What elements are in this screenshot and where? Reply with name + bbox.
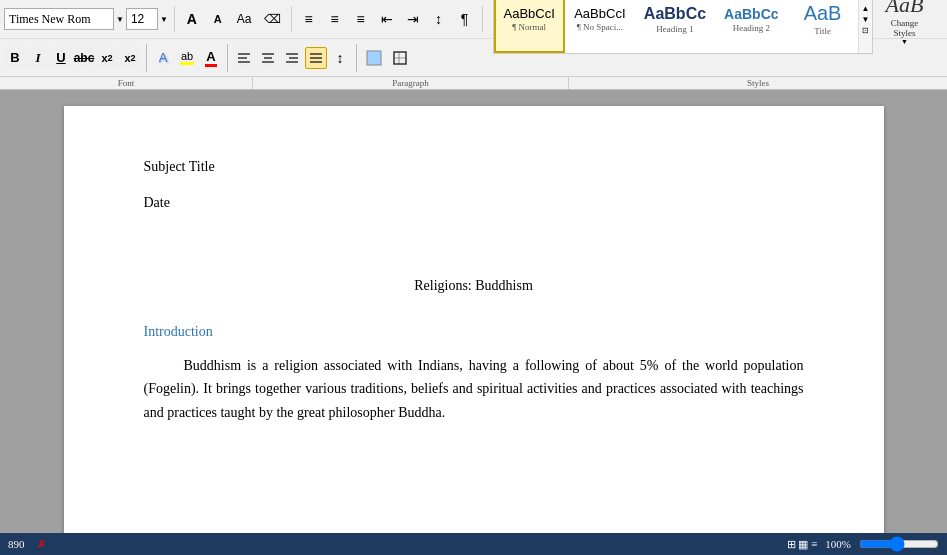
style-normal-label: ¶ Normal	[512, 22, 546, 32]
shading-icon	[366, 50, 382, 66]
borders-button[interactable]	[388, 47, 412, 69]
intro-heading: Introduction	[144, 321, 804, 343]
subject-title: Subject Title	[144, 156, 804, 178]
page-indicator: 890	[8, 538, 25, 550]
svg-rect-12	[367, 51, 381, 65]
change-styles-button[interactable]: AaB ChangeStyles ▼	[879, 0, 929, 48]
status-bar: 890 ✗ ⊞ ▦ ≡ 100%	[0, 533, 947, 555]
increase-indent-button[interactable]: ⇥	[402, 8, 424, 30]
show-para-button[interactable]: ¶	[454, 8, 476, 30]
underline-button[interactable]: U	[50, 47, 72, 69]
multilevel-list-button[interactable]: ≡	[350, 8, 372, 30]
style-heading2[interactable]: AaBbCc Heading 2	[715, 0, 787, 53]
style-normal-preview: AaBbCcI	[504, 6, 555, 21]
style-nospace-preview: AaBbCcI	[574, 6, 625, 21]
view-icons[interactable]: ⊞ ▦ ≡	[787, 538, 818, 551]
zoom-slider[interactable]	[859, 536, 939, 552]
font-selector-group: ▼ ▼	[4, 8, 168, 30]
line-spacing-button[interactable]: ↕	[329, 47, 351, 69]
styles-scroll[interactable]: ▲ ▼ ⊡	[858, 0, 873, 53]
status-left: 890 ✗	[8, 538, 46, 551]
font-name-dropdown[interactable]: ▼	[116, 15, 124, 24]
subscript-button[interactable]: x2	[96, 47, 118, 69]
styles-panel: AaBbCcI ¶ Normal AaBbCcI ¶ No Spaci... A…	[493, 0, 874, 54]
paragraph-section-label: Paragraph	[253, 77, 569, 89]
sort-button[interactable]: ↕	[428, 8, 450, 30]
borders-icon	[392, 50, 408, 66]
ribbon: ▼ ▼ A A Aa ⌫ ≡ ≡ ≡ ⇤ ⇥ ↕ ¶ AaBbCcI ¶ Nor…	[0, 0, 947, 90]
style-title-label: Title	[814, 26, 831, 36]
font-shrink-button[interactable]: A	[207, 8, 229, 30]
align-center-button[interactable]	[257, 47, 279, 69]
change-styles-icon: AaB	[885, 0, 923, 18]
body-paragraph: Buddhism is a religion associated with I…	[144, 354, 804, 425]
strikethrough-button[interactable]: abc	[73, 47, 95, 69]
change-styles-dropdown[interactable]: ▼	[901, 38, 908, 46]
decrease-indent-button[interactable]: ⇤	[376, 8, 398, 30]
doc-main-title: Religions: Buddhism	[144, 275, 804, 297]
para-text: Buddhism is a religion associated with I…	[144, 358, 804, 421]
sep6	[356, 44, 357, 72]
font-size-input[interactable]	[126, 8, 158, 30]
font-color-icon: A	[205, 49, 217, 67]
change-case-button[interactable]: Aa	[233, 8, 256, 30]
zoom-level: 100%	[825, 538, 851, 550]
change-styles-label: ChangeStyles	[891, 18, 919, 38]
style-h2-preview: AaBbCc	[724, 6, 778, 22]
bold-button[interactable]: B	[4, 47, 26, 69]
date-line: Date	[144, 192, 804, 214]
page-content: Subject Title Date Religions: Buddhism I…	[144, 156, 804, 425]
sep2	[291, 6, 292, 32]
style-title-preview: AaB	[804, 2, 842, 25]
style-h2-label: Heading 2	[733, 23, 770, 33]
document-area: Subject Title Date Religions: Buddhism I…	[0, 90, 947, 533]
style-h1-preview: AaBbCc	[644, 5, 706, 23]
align-justify-button[interactable]	[305, 47, 327, 69]
superscript-button[interactable]: x2	[119, 47, 141, 69]
font-name-input[interactable]	[4, 8, 114, 30]
italic-button[interactable]: I	[27, 47, 49, 69]
align-center-icon	[261, 51, 275, 65]
styles-section-label: Styles	[569, 77, 947, 89]
text-format-group: B I U abc x2 x2	[4, 47, 141, 69]
align-right-icon	[285, 51, 299, 65]
style-title[interactable]: AaB Title	[788, 0, 858, 53]
font-section-label: Font	[0, 77, 253, 89]
style-heading1[interactable]: AaBbCc Heading 1	[635, 0, 715, 53]
style-h1-label: Heading 1	[656, 24, 693, 34]
sep5	[227, 44, 228, 72]
text-effects-button[interactable]: A	[152, 47, 174, 69]
ribbon-section-labels: Font Paragraph Styles	[0, 76, 947, 89]
document-page: Subject Title Date Religions: Buddhism I…	[64, 106, 884, 533]
style-normal[interactable]: AaBbCcI ¶ Normal	[494, 0, 565, 53]
shading-button[interactable]	[362, 47, 386, 69]
style-nospace[interactable]: AaBbCcI ¶ No Spaci...	[565, 0, 635, 53]
clear-format-button[interactable]: ⌫	[260, 8, 285, 30]
status-right: ⊞ ▦ ≡ 100%	[787, 536, 939, 552]
ribbon-row1: ▼ ▼ A A Aa ⌫ ≡ ≡ ≡ ⇤ ⇥ ↕ ¶ AaBbCcI ¶ Nor…	[0, 0, 947, 38]
font-color-button[interactable]: A	[200, 47, 222, 69]
align-left-button[interactable]	[233, 47, 255, 69]
numbering-button[interactable]: ≡	[324, 8, 346, 30]
sep1	[174, 6, 175, 32]
align-right-button[interactable]	[281, 47, 303, 69]
align-justify-icon	[309, 51, 323, 65]
font-size-dropdown[interactable]: ▼	[160, 15, 168, 24]
sep4	[146, 44, 147, 72]
highlight-icon: ab	[180, 50, 194, 65]
highlight-button[interactable]: ab	[176, 47, 198, 69]
style-nospace-label: ¶ No Spaci...	[577, 22, 623, 32]
sep3	[482, 6, 483, 32]
bullets-button[interactable]: ≡	[298, 8, 320, 30]
error-indicator: ✗	[37, 538, 46, 551]
font-grow-button[interactable]: A	[181, 8, 203, 30]
align-left-icon	[237, 51, 251, 65]
